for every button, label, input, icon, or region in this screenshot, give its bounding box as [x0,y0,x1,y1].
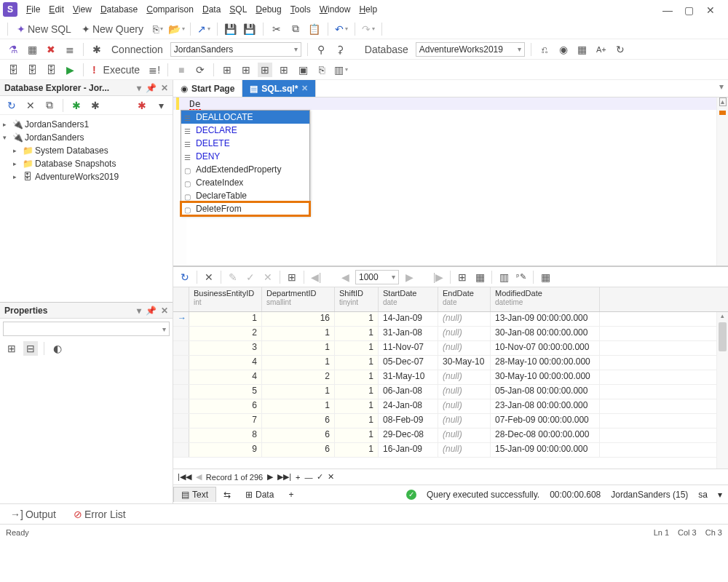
editor-scrollbar[interactable]: ▴ [716,97,728,266]
pager-size-combo[interactable]: 1000 [355,270,399,284]
results-commit-icon[interactable]: ✎ [226,270,240,284]
format-icon[interactable]: ≣ [63,42,77,57]
refresh-button[interactable]: ↻ [613,42,628,57]
pager-last-icon[interactable]: |▶ [431,270,446,284]
nav-first-icon[interactable]: |◀◀ [178,472,191,482]
open-recent-button[interactable]: ⎘ [151,22,165,36]
panel-pin-icon[interactable]: 📌 [146,83,157,93]
sql-editor[interactable]: De DEALLOCATEDECLAREDELETEDENYAddExtende… [173,97,728,266]
filter-icon[interactable]: ᵖ✎ [514,270,529,284]
menu-sql[interactable]: SQL [225,3,251,16]
view-card-icon[interactable]: ▦ [472,270,487,284]
autocomplete-item[interactable]: AddExtendedProperty [181,163,309,176]
table-row[interactable]: 86129-Dec-08(null)28-Dec-08 00:00:00.000 [173,428,728,443]
export-icon[interactable]: ⎘ [314,63,329,77]
explorer-refresh-icon[interactable]: ↻ [4,98,19,113]
execute-button[interactable]: ! Execute [90,63,143,77]
plug-icon[interactable]: ⚲ [314,42,328,57]
tree-sysdbs[interactable]: ▸📁System Databases [1,144,171,157]
chart-icon[interactable]: ▣ [296,63,310,77]
tree-server-1[interactable]: ▸🔌JordanSanders1 [1,118,171,131]
props-pin-icon[interactable]: 📌 [146,306,157,316]
view-pivot-icon[interactable]: ▥ [496,270,511,284]
props-dropdown-icon[interactable]: ▾ [137,306,141,316]
pager-first-icon[interactable]: ◀| [309,270,323,284]
new-query-button[interactable]: ✦New Query [79,22,146,36]
results-refresh-icon[interactable]: ↻ [178,270,192,284]
column-ShiftID[interactable]: ShiftIDtinyint [335,287,379,311]
tool-icon-2[interactable]: ◉ [556,42,571,57]
props-sort-icon[interactable]: ⊞ [4,341,19,356]
save-all-button[interactable]: 💾 [242,22,257,36]
view-grid-icon[interactable]: ⊞ [455,270,470,284]
restart-button[interactable]: ⟳ [193,63,207,77]
doc-icon[interactable]: ▦ [25,42,39,57]
column-StartDate[interactable]: StartDatedate [379,287,438,311]
menu-tools[interactable]: Tools [286,3,315,16]
copy-button[interactable]: ⧉ [288,22,303,36]
autocomplete-item[interactable]: DeclareTable [181,189,309,202]
error-list-tab[interactable]: ⊘Error List [71,507,129,522]
menu-database[interactable]: Database [96,3,142,16]
menu-help[interactable]: Help [355,3,381,16]
result-tab-add[interactable]: + [281,487,301,502]
result-tab-text[interactable]: ▤Text [173,487,216,502]
result-tab-data[interactable]: ⊞Data [238,487,281,502]
column-BusinessEntityID[interactable]: BusinessEntityIDint [189,287,262,311]
props-close-icon[interactable]: ✕ [161,306,168,316]
open-button[interactable]: 📂 [170,22,184,36]
autocomplete-item[interactable]: CreateIndex [181,176,309,189]
tree-database[interactable]: ▸🗄AdventureWorks2019 [1,170,171,183]
menu-comparison[interactable]: Comparison [142,3,198,16]
grid-scrollbar[interactable]: ▴ [716,312,728,469]
column-DepartmentID[interactable]: DepartmentIDsmallint [262,287,335,311]
table-row[interactable]: 61124-Jan-08(null)23-Jan-08 00:00:00.000 [173,399,728,414]
nav-next-icon[interactable]: ▶ [267,472,273,482]
menu-view[interactable]: View [68,3,96,16]
maximize-button[interactable]: ▢ [684,4,695,15]
results-cancel-icon[interactable]: ✕ [202,270,216,284]
nav-cancel-icon[interactable]: ✕ [328,472,334,482]
tree-server-2[interactable]: ▾🔌JordanSanders [1,131,171,144]
link-icon[interactable]: ✱ [90,42,104,57]
pager-prev-icon[interactable]: ◀ [338,270,352,284]
connection-combo[interactable]: JordanSanders [170,42,301,57]
table-row[interactable]: 76108-Feb-09(null)07-Feb-09 00:00:00.000 [173,414,728,428]
results-grid-icon[interactable]: ⊞ [285,270,299,284]
explorer-unplug-icon[interactable]: ✱ [88,98,103,113]
output-tab[interactable]: →]Output [7,507,59,522]
nav-last-icon[interactable]: ▶▶| [277,472,291,482]
nav-apply-icon[interactable]: ✓ [317,472,323,482]
results-revert-icon[interactable]: ✕ [261,270,275,284]
menu-edit[interactable]: Edit [44,3,68,16]
grid-icon-3[interactable]: ⊞ [258,63,272,77]
debug-step-button[interactable]: ≣! [147,63,162,77]
autocomplete-item[interactable]: DEALLOCATE [181,111,309,124]
run-button[interactable]: ▶ [63,63,77,77]
props-info-icon[interactable]: ◐ [50,341,65,356]
panel-close-icon[interactable]: ✕ [161,83,168,93]
stop-connection-button[interactable]: ✖ [44,42,58,57]
paste-button[interactable]: 📋 [307,22,322,36]
menu-debug[interactable]: Debug [251,3,285,16]
redo-button[interactable]: ↷ [361,22,376,36]
undo-button[interactable]: ↶ [334,22,349,36]
grid-icon-4[interactable]: ⊞ [277,63,291,77]
flask-icon[interactable]: ⚗ [6,42,20,57]
export-data-icon[interactable]: ▦ [538,270,553,284]
autocomplete-item[interactable]: DELETE [181,137,309,150]
grid-icon-1[interactable]: ⊞ [220,63,234,77]
save-button[interactable]: 💾 [223,22,238,36]
properties-combo[interactable] [3,322,170,336]
results-apply-icon[interactable]: ✓ [243,270,258,284]
column-ModifiedDate[interactable]: ModifiedDatedatetime [491,287,600,311]
nav-del-icon[interactable]: — [304,473,312,482]
tab-sql[interactable]: ▤SQL.sql*✕ [242,80,316,97]
table-row[interactable]: 21131-Jan-08(null)30-Jan-08 00:00:00.000 [173,327,728,341]
column-EndDate[interactable]: EndDatedate [438,287,491,311]
db-icon-1[interactable]: 🗄 [6,63,20,77]
explorer-remove-icon[interactable]: ✱ [135,98,149,113]
nav-prev-icon[interactable]: ◀ [196,472,202,482]
result-tab-swap[interactable]: ⇆ [216,487,238,502]
minimap-icon[interactable] [719,97,727,106]
